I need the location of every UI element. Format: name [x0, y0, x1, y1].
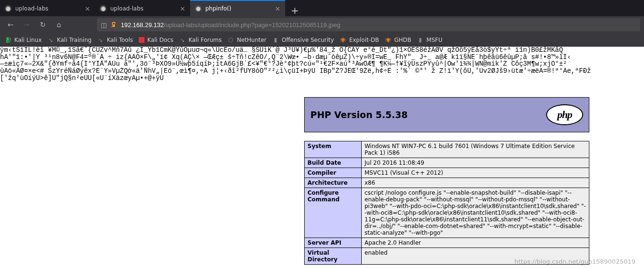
url-path: /upload-labs/upload/include.php?page=152…: [164, 21, 340, 29]
phpinfo-key: Virtual Directory: [305, 248, 362, 265]
php-logo-icon: php: [546, 104, 583, 125]
table-row: CompilerMSVC11 (Visual C++ 2012): [305, 168, 589, 178]
phpinfo-key: Configure Command: [305, 188, 362, 238]
close-icon[interactable]: ×: [180, 5, 185, 12]
php-version-title: PHP Version 5.5.38: [310, 109, 408, 120]
phpinfo-value: Jul 20 2016 11:08:49: [362, 158, 589, 168]
table-row: Server APIApache 2.0 Handler: [305, 238, 589, 248]
url-text: 192.168.29.132/upload-labs/upload/includ…: [121, 21, 340, 29]
php-logo-text: php: [557, 109, 572, 121]
bug-icon: 🕷: [385, 37, 392, 43]
tab-title: upload-labs: [15, 5, 48, 12]
phpinfo-value: MSVC11 (Visual C++ 2012): [362, 168, 589, 178]
phpinfo-value: Apache 2.0 Handler: [362, 238, 589, 248]
new-tab-button[interactable]: +: [285, 5, 305, 16]
bookmark-label: Kali Forums: [189, 37, 222, 43]
garbage-line: ÿm‹tŠïIL!èî ¥M©_,1Sâ€ˆ{CÚZv^Mň7Âû ¿I_Yb1…: [0, 47, 644, 54]
bookmark-kali-docs[interactable]: Kali Docs: [139, 37, 173, 43]
phpinfo-key: Build Date: [305, 158, 362, 168]
garbage-line: hÁ'"1:•'|Ÿ ³¹n8v6N@F4=º®´Á ÷ iz{ÁÂÕ×F\„'…: [0, 54, 644, 61]
home-button[interactable]: ⌂: [52, 18, 66, 31]
offsec-icon: ▮: [272, 37, 279, 43]
bookmark-offsec[interactable]: ▮Offensive Security: [272, 37, 334, 43]
table-row: Build DateJul 20 2016 11:08:49: [305, 158, 589, 168]
table-row: Architecturex86: [305, 178, 589, 188]
tab-1[interactable]: ⬤ upload-labs ×: [0, 0, 95, 16]
tab-2[interactable]: ⬤ upload-labs ×: [95, 0, 190, 16]
globe-icon: ⬤: [5, 5, 11, 12]
bug-icon: 🕷: [340, 37, 346, 43]
bookmark-label: NetHunter: [237, 37, 266, 43]
garbage-line: —±æìç7«—2X&"{ðŸmf÷â4{I°ŸÍÅ"ÂÚu à"',3ö¨³Þ…: [0, 60, 644, 68]
bookmarks-bar: 🐉Kali Linux ↘Kali Training ↘Kali Tools K…: [0, 33, 644, 47]
browser-tab-bar: ⬤ upload-labs × ⬤ upload-labs × ⬤ phpinf…: [0, 0, 644, 16]
shield-icon[interactable]: ◫: [101, 21, 106, 29]
bookmark-label: Kali Docs: [147, 37, 173, 43]
bookmark-nethunter[interactable]: ⬡NetHunter: [227, 37, 266, 43]
back-button[interactable]: ←: [4, 18, 17, 31]
url-host: 192.168.29.132: [121, 21, 163, 29]
phpinfo-key: Compiler: [305, 168, 362, 178]
tool-icon: ↘: [48, 37, 54, 43]
globe-icon: ⬤: [100, 5, 106, 12]
close-icon[interactable]: ×: [85, 5, 90, 12]
dragon-icon: 🐉: [5, 37, 11, 43]
tool-icon: ↘: [97, 37, 104, 43]
table-row: Configure Commandcscript /nologo configu…: [305, 188, 589, 238]
bookmark-ghdb[interactable]: 🕷GHDB: [385, 37, 412, 43]
nav-bar: ← → ↻ ⌂ ◫ 192.168.29.132/upload-labs/upl…: [0, 16, 644, 33]
bookmark-label: Offensive Security: [282, 37, 334, 43]
close-icon[interactable]: ×: [275, 5, 280, 12]
bookmark-kali-linux[interactable]: 🐉Kali Linux: [5, 37, 42, 43]
tab-title: upload-labs: [110, 5, 144, 12]
phpinfo-key: Architecture: [305, 178, 362, 188]
phpinfo-value: Windows NT WIN7-PC 6.1 build 7601 (Windo…: [362, 141, 589, 158]
phpinfo-key: Server API: [305, 238, 362, 248]
tool-icon: ↘: [179, 37, 186, 43]
watermark-text: https://blog.csdn.net/guo15890025019: [515, 258, 635, 265]
tab-title: phpinfo(): [205, 5, 231, 12]
doc-icon: [139, 37, 144, 43]
address-bar[interactable]: ◫ 192.168.29.132/upload-labs/upload/incl…: [97, 18, 640, 31]
phpinfo-value: cscript /nologo configure.js "--enable-s…: [362, 188, 589, 238]
bookmark-label: Kali Training: [57, 37, 92, 43]
phpinfo-panel: PHP Version 5.5.38 php SystemWindows NT …: [304, 97, 589, 265]
bookmark-label: Kali Tools: [107, 37, 133, 43]
bookmark-kali-training[interactable]: ↘Kali Training: [48, 37, 92, 43]
phpinfo-header: PHP Version 5.5.38 php: [304, 97, 589, 132]
bookmark-label: GHDB: [394, 37, 412, 43]
garbage-line: ['žq'ùÔíýÚ>ê]Ú"jQ§n²eÙÛ[«Ú¨íXäzœyÁµ•+@+ÿ…: [0, 75, 644, 82]
tab-3[interactable]: ⬤ phpinfo() ×: [190, 0, 285, 16]
bookmark-label: Kali Linux: [14, 37, 42, 43]
globe-icon: ⬤: [195, 5, 202, 12]
phpinfo-value: x86: [362, 178, 589, 188]
forward-button: →: [20, 18, 33, 31]
phpinfo-key: System: [305, 141, 362, 158]
phpinfo-table: SystemWindows NT WIN7-PC 6.1 build 7601 …: [304, 141, 589, 265]
insecure-icon: [110, 21, 117, 28]
table-row: SystemWindows NT WIN7-PC 6.1 build 7601 …: [305, 141, 589, 158]
bookmark-kali-forums[interactable]: ↘Kali Forums: [179, 37, 222, 43]
binary-garbage: ÿm‹tŠïIL!èî ¥M©_,1Sâ€ˆ{CÚZv^Mň7Âû ¿I_Yb1…: [0, 47, 644, 83]
reload-button[interactable]: ↻: [36, 18, 49, 31]
bookmark-exploitdb[interactable]: 🕷Exploit-DB: [340, 37, 379, 43]
bookmark-label: Exploit-DB: [349, 37, 379, 43]
tool-icon: ⬡: [227, 37, 234, 43]
garbage-line: ǔÄö«ÀØ¤×e<# SzŸréÑáØýêx?Ë¨Ÿ»VµŽQớ«ä'ÑhV„…: [0, 68, 644, 75]
bookmark-msfu[interactable]: ▮MSFU: [417, 37, 442, 43]
bookmark-kali-tools[interactable]: ↘Kali Tools: [97, 37, 133, 43]
offsec-icon: ▮: [417, 37, 423, 43]
bookmark-label: MSFU: [426, 37, 442, 43]
page-content: ÿm‹tŠïIL!èî ¥M©_,1Sâ€ˆ{CÚZv^Mň7Âû ¿I_Yb1…: [0, 47, 644, 268]
